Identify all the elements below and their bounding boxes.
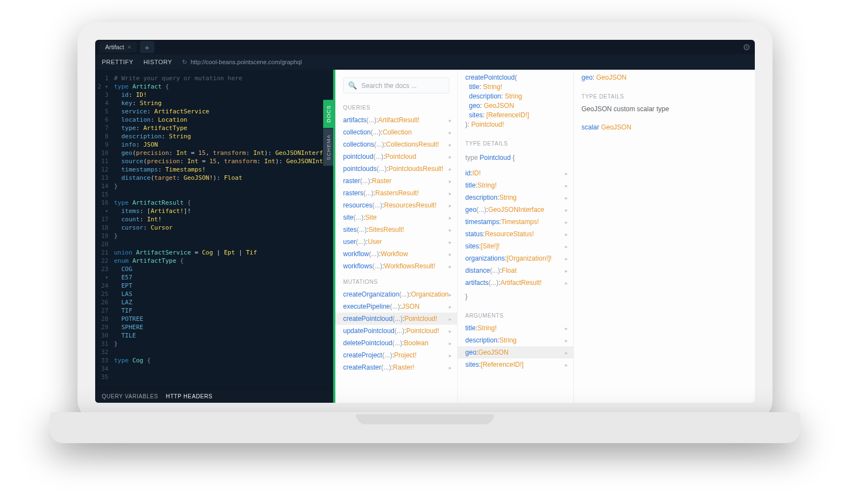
- laptop-base: [50, 412, 800, 443]
- chevron-right-icon: ▸: [565, 195, 568, 201]
- chevron-right-icon: ▸: [449, 202, 452, 209]
- list-item[interactable]: updatePointcloud(...): Pointcloud!▸: [335, 325, 457, 337]
- list-item[interactable]: deletePointcloud(...): Boolean▸: [335, 337, 457, 349]
- list-item[interactable]: id: ID!▸: [458, 167, 573, 179]
- app-screen: Artifact × + ⚙ PRETTIFY HISTORY ↻ http:/…: [95, 40, 755, 403]
- docs-search-input[interactable]: 🔍 Search the docs ...: [343, 77, 449, 93]
- chevron-right-icon: ▸: [449, 166, 452, 172]
- chevron-right-icon: ▸: [449, 340, 452, 346]
- queries-list: artifacts(...): ArtifactResult!▸collecti…: [335, 114, 457, 272]
- editor-tab[interactable]: Artifact ×: [100, 41, 137, 53]
- mutations-list: createOrganization(...): Organization▸ex…: [335, 288, 457, 373]
- list-item[interactable]: timestamps: Timestamps!▸: [458, 216, 573, 228]
- list-item[interactable]: geo(...): GeoJSONInterface▸: [458, 204, 573, 216]
- list-item[interactable]: description: String▸: [458, 191, 573, 204]
- list-item[interactable]: artifacts(...): ArtifactResult!▸: [335, 114, 457, 126]
- chevron-right-icon: ▸: [449, 227, 452, 233]
- list-item[interactable]: rasters(...): RastersResult!▸: [335, 187, 457, 199]
- arguments-list: title: String!▸description: String▸geo: …: [458, 322, 573, 371]
- chevron-right-icon: ▸: [449, 292, 452, 298]
- chevron-right-icon: ▸: [449, 239, 452, 245]
- chevron-right-icon: ▸: [449, 316, 452, 322]
- list-item[interactable]: distance(...): Float▸: [458, 264, 573, 277]
- list-item[interactable]: resources(...): ResourcesResult!▸: [335, 199, 457, 211]
- endpoint-url: http://cool-beans.pointscene.com/graphql: [190, 59, 302, 65]
- chevron-right-icon: ▸: [565, 350, 568, 356]
- mutations-label: MUTATIONS: [335, 272, 457, 288]
- list-item[interactable]: pointcloud(...): Pointcloud▸: [335, 150, 457, 163]
- mutation-signature: createPointcloud( title: String! descrip…: [458, 70, 573, 134]
- editor-footer: QUERY VARIABLES HTTP HEADERS: [95, 389, 333, 403]
- gear-icon[interactable]: ⚙: [743, 42, 750, 53]
- chevron-right-icon: ▸: [449, 215, 452, 221]
- chevron-right-icon: ▸: [565, 268, 568, 274]
- list-item[interactable]: raster(...): Raster▸: [335, 175, 457, 187]
- chevron-right-icon: ▸: [565, 231, 568, 237]
- editor-gutter: 12 ▾345678910111213141516 ▾1718192021222…: [95, 74, 112, 381]
- list-item[interactable]: sites(...): SitesResult!▸: [335, 224, 457, 236]
- list-item[interactable]: pointclouds(...): PointcloudsResult!▸: [335, 163, 457, 175]
- chevron-right-icon: ▸: [449, 142, 452, 148]
- list-item[interactable]: workflow(...): Workflow▸: [335, 248, 457, 260]
- docs-root-panel: 🔍 Search the docs ... QUERIES artifacts(…: [335, 70, 458, 403]
- list-item[interactable]: collection(...): Collection▸: [335, 126, 457, 138]
- list-item[interactable]: status: ResourceStatus!▸: [458, 228, 573, 240]
- schema-side-tab[interactable]: SCHEMA: [323, 129, 333, 166]
- chevron-right-icon: ▸: [565, 207, 568, 213]
- list-item[interactable]: createOrganization(...): Organization▸: [335, 288, 457, 300]
- close-icon[interactable]: ×: [127, 44, 131, 50]
- list-item[interactable]: sites: [ReferenceID!]▸: [458, 358, 573, 371]
- chevron-right-icon: ▸: [449, 178, 452, 184]
- endpoint-field[interactable]: ↻ http://cool-beans.pointscene.com/graph…: [182, 59, 302, 66]
- chevron-right-icon: ▸: [565, 219, 568, 225]
- docs-side-tab[interactable]: DOCS: [323, 100, 333, 128]
- type-details-label: TYPE DETAILS: [458, 134, 573, 150]
- list-item[interactable]: site(...): Site▸: [335, 211, 457, 224]
- titlebar: Artifact × + ⚙: [95, 40, 755, 54]
- list-item[interactable]: description: String▸: [458, 334, 573, 346]
- editor-code[interactable]: # Write your query or mutation heretype …: [114, 74, 333, 365]
- chevron-right-icon: ▸: [449, 154, 452, 160]
- chevron-right-icon: ▸: [449, 251, 452, 257]
- search-icon: 🔍: [348, 81, 357, 90]
- chevron-right-icon: ▸: [565, 280, 568, 286]
- list-item[interactable]: executePipeline(...): JSON▸: [335, 300, 457, 313]
- docs-arg-panel: geo: GeoJSON TYPE DETAILS GeoJSON custom…: [574, 70, 755, 403]
- chevron-right-icon: ▸: [565, 325, 568, 331]
- list-item[interactable]: createRaster(...): Raster!▸: [335, 361, 457, 373]
- history-button[interactable]: HISTORY: [143, 59, 172, 65]
- list-item[interactable]: user(...): User▸: [335, 236, 457, 248]
- list-item[interactable]: createPointcloud(...): Pointcloud!▸: [335, 313, 457, 325]
- type-details-label-2: TYPE DETAILS: [574, 87, 755, 103]
- chevron-right-icon: ▸: [449, 263, 452, 269]
- list-item[interactable]: artifacts(...): ArtifactResult!▸: [458, 277, 573, 289]
- type-description: GeoJSON custom scalar type: [574, 103, 755, 115]
- laptop-notch: [356, 414, 494, 424]
- chevron-right-icon: ▸: [449, 117, 452, 123]
- scalar-decl: scalar GeoJSON: [574, 119, 755, 137]
- chevron-right-icon: ▸: [449, 304, 452, 310]
- chevron-right-icon: ▸: [565, 337, 568, 344]
- chevron-right-icon: ▸: [449, 352, 452, 358]
- chevron-right-icon: ▸: [449, 365, 452, 371]
- reload-icon[interactable]: ↻: [182, 59, 187, 66]
- list-item[interactable]: sites: [Site!]!▸: [458, 240, 573, 252]
- list-item[interactable]: title: String!▸: [458, 179, 573, 191]
- http-headers-tab[interactable]: HTTP HEADERS: [166, 393, 212, 399]
- list-item[interactable]: organizations: [Organization!]!▸: [458, 252, 573, 264]
- new-tab-button[interactable]: +: [140, 41, 154, 53]
- list-item[interactable]: workflows(...): WorkflowsResult!▸: [335, 260, 457, 272]
- chevron-right-icon: ▸: [565, 170, 568, 176]
- content: 12 ▾345678910111213141516 ▾1718192021222…: [95, 70, 755, 403]
- search-placeholder: Search the docs ...: [361, 82, 417, 90]
- query-variables-tab[interactable]: QUERY VARIABLES: [102, 393, 158, 399]
- prettify-button[interactable]: PRETTIFY: [102, 59, 133, 65]
- list-item[interactable]: title: String!▸: [458, 322, 573, 334]
- chevron-right-icon: ▸: [565, 183, 568, 189]
- list-item[interactable]: collections(...): CollectionsResult!▸: [335, 138, 457, 150]
- editor-pane[interactable]: 12 ▾345678910111213141516 ▾1718192021222…: [95, 70, 333, 403]
- chevron-right-icon: ▸: [449, 328, 452, 334]
- list-item[interactable]: geo: GeoJSON▸: [458, 346, 573, 358]
- list-item[interactable]: createProject(...): Project!▸: [335, 349, 457, 361]
- arguments-label: ARGUMENTS: [458, 306, 573, 322]
